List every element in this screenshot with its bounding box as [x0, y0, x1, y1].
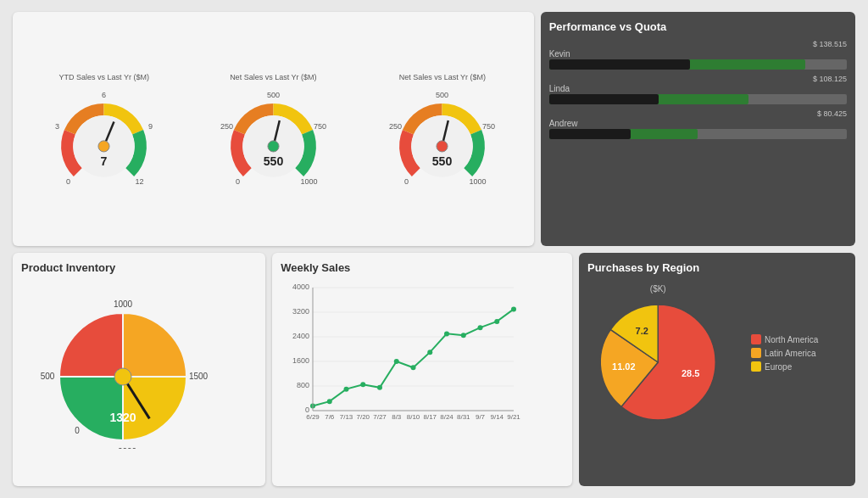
legend-label-europe: Europe: [765, 362, 792, 372]
weekly-title: Weekly Sales: [281, 261, 564, 274]
region-title: Purchases by Region: [587, 261, 847, 274]
perf-row-andrew: $ 80.425Andrew: [549, 109, 847, 139]
inventory-title: Product Inventory: [21, 261, 257, 274]
inventory-card: Product Inventory: [13, 253, 265, 487]
performance-title: Performance vs Quota: [549, 20, 847, 33]
perf-bar-actual-andrew: [549, 129, 632, 139]
perf-bar-bg-linda: [549, 94, 847, 104]
perf-row-kevin: $ 138.515Kevin: [549, 40, 847, 70]
gauges-card: YTD Sales vs Last Yr ($M) Net Sales vs L…: [13, 12, 534, 246]
perf-name-kevin: Kevin: [549, 49, 847, 59]
legend-label-north-america: North America: [765, 335, 818, 344]
perf-bar-bg-kevin: [549, 59, 847, 70]
performance-card: Performance vs Quota $ 138.515Kevin$ 108…: [541, 12, 855, 246]
weekly-card: Weekly Sales: [272, 253, 572, 487]
legend-item-north-america: North America: [751, 334, 818, 344]
gauge-2-container: Net Sales vs Last Yr ($M): [191, 73, 357, 185]
perf-value-andrew: $ 80.425: [549, 109, 847, 118]
gauge-3-container: Net Sales vs Last Yr ($M): [359, 73, 526, 185]
perf-name-linda: Linda: [549, 84, 847, 93]
perf-bar-actual-linda: [549, 94, 659, 104]
region-canvas: [587, 279, 744, 428]
perf-value-linda: $ 108.125: [549, 75, 847, 83]
legend-label-latin-america: Latin America: [765, 349, 816, 358]
legend-dot-north-america: [751, 334, 761, 344]
gauge-3-canvas: [376, 83, 508, 185]
gauge-2-canvas: [208, 83, 339, 185]
legend-dot-europe: [751, 361, 761, 372]
region-legend: North AmericaLatin AmericaEurope: [751, 334, 818, 372]
perf-name-andrew: Andrew: [549, 119, 847, 128]
gauge-2-label: Net Sales vs Last Yr ($M): [230, 73, 316, 81]
gauge-3-label: Net Sales vs Last Yr ($M): [399, 73, 486, 81]
dashboard: YTD Sales vs Last Yr ($M) Net Sales vs L…: [6, 5, 862, 493]
inventory-canvas: [21, 279, 208, 449]
bottom-row: Product Inventory Weekly Sales Purchases…: [13, 253, 855, 487]
top-row: YTD Sales vs Last Yr ($M) Net Sales vs L…: [13, 12, 855, 246]
perf-bar-actual-kevin: [549, 59, 690, 70]
weekly-canvas: [281, 279, 526, 445]
gauge-1-label: YTD Sales vs Last Yr ($M): [59, 73, 149, 81]
perf-bar-bg-andrew: [549, 129, 847, 139]
perf-row-linda: $ 108.125Linda: [549, 75, 847, 104]
gauge-1-canvas: [38, 83, 170, 185]
gauge-1-container: YTD Sales vs Last Yr ($M): [21, 73, 187, 185]
legend-item-europe: Europe: [751, 361, 818, 372]
performance-bars: $ 138.515Kevin$ 108.125Linda$ 80.425Andr…: [549, 40, 847, 139]
region-card: Purchases by Region North AmericaLatin A…: [579, 253, 855, 487]
legend-item-latin-america: Latin America: [751, 348, 818, 358]
perf-value-kevin: $ 138.515: [549, 40, 847, 48]
legend-dot-latin-america: [751, 348, 761, 358]
